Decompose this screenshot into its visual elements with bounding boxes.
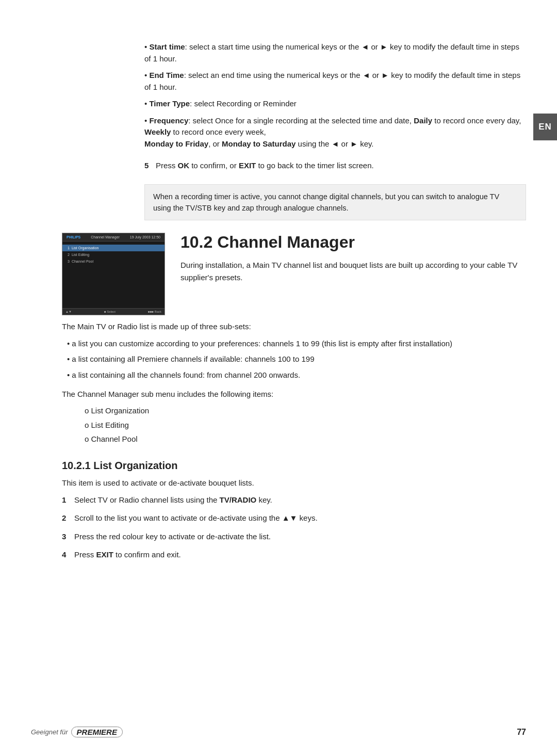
channel-manager-body: The Main TV or Radio list is made up of …	[62, 320, 526, 560]
step-5-number: 5	[144, 160, 156, 172]
screen-menu-item-3: 3Channel Pool	[62, 258, 165, 265]
sub-list-1: a list you can customize according to yo…	[62, 338, 526, 350]
screen-header: PHILIPS Channel Manager 19 July 2003 12:…	[62, 233, 165, 242]
sub-menu-item-2: List Editing	[74, 420, 526, 431]
channel-manager-screen: PHILIPS Channel Manager 19 July 2003 12:…	[62, 233, 165, 315]
main-list-intro: The Main TV or Radio list is made up of …	[62, 320, 526, 332]
bullet-end-time: End Time: select an end time using the n…	[144, 70, 526, 93]
list-org-step-2: 2 Scroll to the list you want to activat…	[62, 512, 526, 524]
bullet-frequency: Frequency: select Once for a single reco…	[144, 115, 526, 150]
bullet-start-time: Start time: select a start time using th…	[144, 41, 526, 65]
screen-menu-item-2: 2List Editing	[62, 251, 165, 258]
footer-logo: Geeignet für PREMIERE	[31, 727, 123, 737]
sub-list-2: a list containing all Premiere channels …	[62, 353, 526, 365]
screen-footer: ▲▼ ■ Select ■■■ Back	[62, 308, 165, 315]
step-5: 5 Press OK to confirm, or EXIT to go bac…	[144, 160, 526, 172]
sub-menu-item-3: Channel Pool	[74, 433, 526, 445]
channel-manager-section: PHILIPS Channel Manager 19 July 2003 12:…	[62, 233, 526, 315]
geeignet-text: Geeignet für	[31, 728, 68, 736]
en-tab: EN	[533, 114, 557, 140]
top-bullets: Start time: select a start time using th…	[144, 41, 526, 150]
channel-manager-text: 10.2 Channel Manager During installation…	[181, 233, 526, 288]
screen-menu-item-1: 1List Organisation	[62, 245, 165, 251]
list-org-step-1: 1 Select TV or Radio channel lists using…	[62, 494, 526, 506]
screen-menu: 1List Organisation 2List Editing 3Channe…	[62, 242, 165, 268]
channel-manager-title: 10.2 Channel Manager	[181, 233, 526, 252]
screen-brand: PHILIPS	[67, 235, 80, 239]
page-number: 77	[517, 728, 526, 737]
bullet-timer-type: Timer Type: select Recording or Reminder	[144, 98, 526, 110]
sub-list-3: a list containing all the channels found…	[62, 369, 526, 381]
list-org-title: 10.2.1 List Organization	[62, 460, 526, 472]
list-org-step-3: 3 Press the red colour key to activate o…	[62, 530, 526, 542]
premiere-logo: PREMIERE	[71, 727, 123, 737]
sub-menu-item-1: List Organization	[74, 405, 526, 417]
sub-menu-items: List Organization List Editing Channel P…	[62, 405, 526, 445]
screen-subtitle: Channel Manager	[91, 235, 120, 239]
top-content: Start time: select a start time using th…	[144, 41, 526, 220]
list-org-intro: This item is used to activate or de-acti…	[62, 477, 526, 489]
page-container: EN Start time: select a start time using…	[0, 0, 557, 756]
list-org-step-4: 4 Press EXIT to confirm and exit.	[62, 549, 526, 560]
sub-menu-intro: The Channel Manager sub menu includes th…	[62, 388, 526, 400]
step-5-text: Press OK to confirm, or EXIT to go back …	[156, 160, 526, 172]
channel-manager-intro: During installation, a Main TV channel l…	[181, 259, 526, 283]
page-footer: Geeignet für PREMIERE 77	[31, 727, 526, 737]
note-box: When a recording timer is active, you ca…	[144, 184, 526, 221]
screen-datetime: 19 July 2003 12:50	[130, 235, 160, 239]
